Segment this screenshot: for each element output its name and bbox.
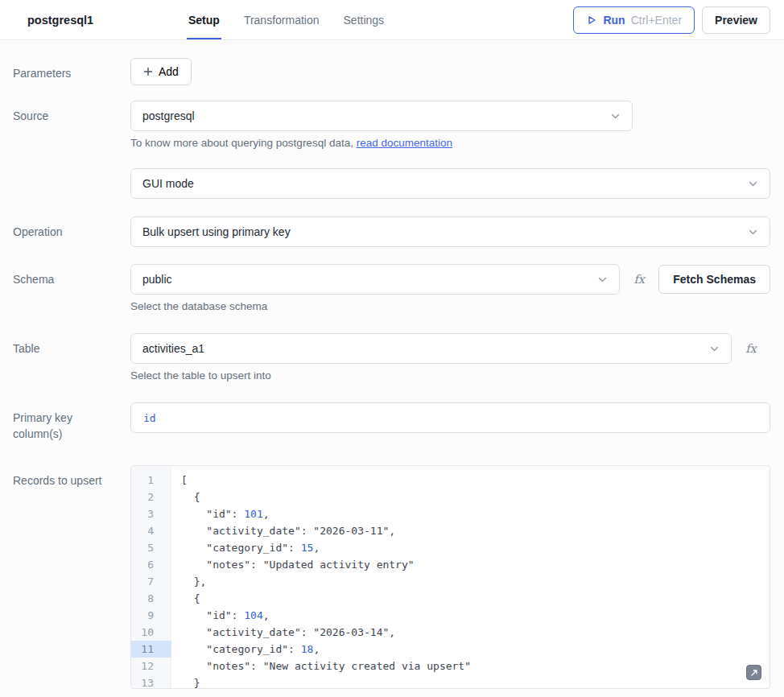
chevron-down-icon	[709, 344, 720, 354]
schema-select[interactable]: public	[130, 264, 620, 295]
code-line[interactable]: 11 "category_id": 18,	[131, 641, 770, 658]
chevron-down-icon	[597, 274, 608, 285]
source-select[interactable]: postgresql	[130, 101, 633, 131]
parameters-row: Parameters Add	[0, 58, 770, 85]
code-line[interactable]: 7 },	[131, 573, 770, 590]
code-line[interactable]: 9 "id": 104,	[131, 607, 770, 624]
table-helper: Select the table to upsert into	[130, 369, 770, 381]
chevron-down-icon	[748, 179, 758, 189]
records-editor[interactable]: 1[2 {3 "id": 101,4 "activity_date": "202…	[130, 465, 770, 689]
primary-key-value: id	[143, 412, 156, 424]
line-number: 3	[131, 505, 171, 522]
query-title: postgresql1	[27, 14, 164, 27]
code-line[interactable]: 8 {	[131, 590, 770, 607]
source-helper-text: To know more about querying postgresql d…	[130, 137, 357, 149]
query-header: postgresql1 Setup Transformation Setting…	[0, 0, 784, 40]
expand-editor-button[interactable]	[746, 665, 761, 680]
source-select-value: postgresql	[142, 109, 195, 122]
line-number: 4	[131, 522, 171, 539]
chevron-down-icon	[748, 227, 758, 237]
header-actions: Run Ctrl+Enter Preview	[573, 0, 770, 39]
run-shortcut: Ctrl+Enter	[631, 14, 682, 27]
table-row: Table activities_a1 fx Select the table …	[0, 333, 770, 381]
line-number: 11	[131, 641, 171, 658]
line-number: 10	[131, 624, 171, 641]
primary-key-input[interactable]: id	[130, 402, 770, 433]
schema-select-value: public	[142, 273, 172, 286]
schema-label: Schema	[0, 264, 130, 312]
fetch-schemas-button[interactable]: Fetch Schemas	[658, 265, 770, 294]
code-line[interactable]: 6 "notes": "Updated activity entry"	[131, 556, 770, 573]
records-row: Records to upsert 1[2 {3 "id": 101,4 "ac…	[0, 465, 770, 689]
table-fx-toggle[interactable]: fx	[732, 342, 770, 355]
play-icon	[586, 14, 597, 26]
code-line-text: [	[171, 472, 188, 489]
code-line-text: "activity_date": "2026-03-11",	[171, 522, 395, 539]
operation-select-value: Bulk upsert using primary key	[142, 225, 291, 238]
operation-row: Operation Bulk upsert using primary key	[0, 217, 770, 247]
schema-row: Schema public fx Fetch Schemas Select th…	[0, 264, 770, 312]
line-number: 9	[131, 607, 171, 624]
line-number: 8	[131, 590, 171, 607]
code-line-text: "notes": "Updated activity entry"	[171, 556, 415, 573]
preview-button[interactable]: Preview	[702, 6, 770, 34]
operation-label: Operation	[0, 217, 130, 247]
operation-select[interactable]: Bulk upsert using primary key	[130, 217, 770, 247]
code-line[interactable]: 3 "id": 101,	[131, 505, 770, 522]
source-row: Source postgresql To know more about que…	[0, 101, 770, 149]
mode-label-spacer	[0, 168, 130, 199]
code-line[interactable]: 2 {	[131, 489, 770, 505]
line-number: 5	[131, 539, 171, 556]
code-line-text: "notes": "New activity created via upser…	[171, 658, 471, 674]
tab-setup[interactable]: Setup	[187, 0, 221, 39]
code-line-text: "category_id": 15,	[171, 539, 320, 556]
tab-transformation[interactable]: Transformation	[242, 0, 321, 39]
source-helper: To know more about querying postgresql d…	[130, 137, 770, 149]
code-line[interactable]: 10 "activity_date": "2026-03-14",	[131, 624, 770, 641]
run-label: Run	[603, 14, 625, 27]
schema-helper: Select the database schema	[130, 300, 770, 312]
code-lines: 1[2 {3 "id": 101,4 "activity_date": "202…	[131, 466, 770, 689]
code-line-text: "id": 104,	[171, 607, 270, 624]
source-label: Source	[0, 101, 130, 149]
line-number: 1	[131, 472, 171, 489]
table-select[interactable]: activities_a1	[130, 333, 732, 364]
parameters-label: Parameters	[0, 58, 130, 85]
tab-settings[interactable]: Settings	[342, 0, 386, 39]
code-line[interactable]: 12 "notes": "New activity created via up…	[131, 658, 770, 674]
code-line-text: },	[171, 573, 206, 590]
chevron-down-icon	[610, 111, 621, 122]
primary-key-label: Primary key column(s)	[0, 402, 130, 442]
code-line-text: "category_id": 18,	[171, 641, 320, 658]
line-number: 12	[131, 658, 171, 674]
primary-key-row: Primary key column(s) id	[0, 402, 770, 442]
run-button[interactable]: Run Ctrl+Enter	[573, 6, 695, 34]
tab-bar: Setup Transformation Settings	[187, 0, 386, 39]
read-documentation-link[interactable]: read documentation	[357, 137, 452, 149]
code-line[interactable]: 5 "category_id": 15,	[131, 539, 770, 556]
line-number: 13	[131, 674, 171, 689]
code-line-text: }	[171, 674, 200, 689]
line-number: 7	[131, 573, 171, 590]
add-parameter-button[interactable]: Add	[130, 58, 192, 85]
schema-fx-toggle[interactable]: fx	[620, 273, 658, 286]
plus-icon	[143, 67, 153, 76]
line-number: 6	[131, 556, 171, 573]
query-setup-form: Parameters Add Source postgresql To know…	[0, 58, 784, 689]
line-number: 2	[131, 489, 171, 505]
code-line[interactable]: 13 }	[131, 674, 770, 689]
code-line-text: {	[171, 489, 200, 505]
mode-select-value: GUI mode	[142, 177, 194, 190]
records-label: Records to upsert	[0, 465, 130, 689]
code-line[interactable]: 4 "activity_date": "2026-03-11",	[131, 522, 770, 539]
add-parameter-label: Add	[159, 65, 179, 78]
table-select-value: activities_a1	[142, 342, 204, 355]
table-label: Table	[0, 333, 130, 381]
expand-diagonal-icon	[750, 669, 758, 677]
code-line-text: "activity_date": "2026-03-14",	[171, 624, 395, 641]
mode-row: GUI mode	[0, 168, 770, 199]
code-line-text: "id": 101,	[171, 505, 270, 522]
mode-select[interactable]: GUI mode	[130, 168, 770, 199]
code-line[interactable]: 1[	[131, 472, 770, 489]
code-line-text: {	[171, 590, 200, 607]
